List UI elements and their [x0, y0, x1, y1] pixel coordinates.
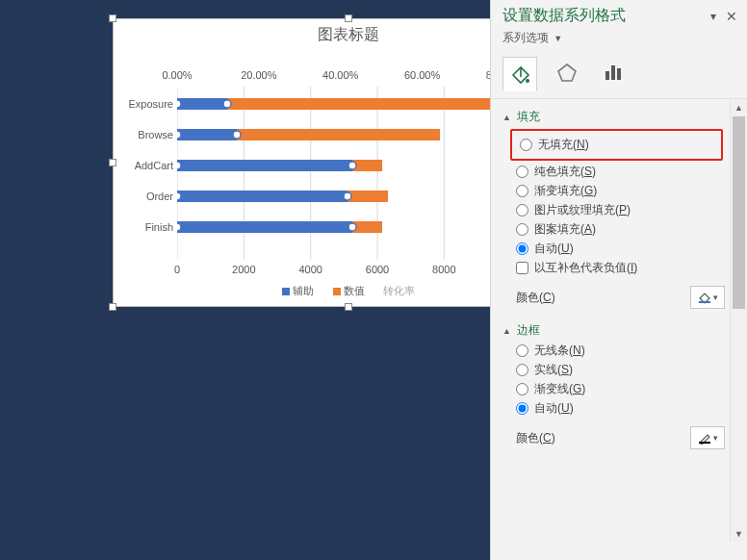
- fill-option-solid[interactable]: 纯色填充(S): [516, 164, 725, 180]
- resize-handle-w[interactable]: [109, 159, 116, 166]
- x-tick: 6000: [366, 264, 389, 275]
- resize-handle-nw[interactable]: [109, 14, 116, 22]
- format-scroll-area: ▲ 填充 无填充(N) 纯色填充(S) 渐变填充(G) 图片或纹理填充(P): [491, 99, 731, 542]
- svg-point-26: [348, 223, 356, 231]
- radio-border-none[interactable]: [516, 344, 528, 357]
- fill-option-none[interactable]: 无填充(N): [520, 137, 719, 153]
- collapse-triangle-icon: ▲: [502, 113, 511, 122]
- x2-tick: 0.00%: [162, 69, 192, 81]
- fill-option-pattern[interactable]: 图案填充(A): [516, 221, 725, 238]
- radio-fill-auto[interactable]: [516, 242, 528, 255]
- border-option-solid[interactable]: 实线(S): [516, 362, 725, 378]
- series-options-dropdown[interactable]: 系列选项 ▼: [491, 30, 747, 52]
- fill-option-auto[interactable]: 自动(U): [516, 241, 725, 257]
- scrollbar-up-icon[interactable]: ▲: [731, 99, 747, 115]
- svg-point-19: [177, 131, 181, 139]
- svg-point-18: [223, 100, 231, 108]
- x-tick: 8000: [432, 264, 455, 275]
- checkbox-invert-negative[interactable]: [516, 262, 528, 274]
- category-label[interactable]: Order: [117, 191, 173, 202]
- svg-rect-8: [227, 98, 528, 110]
- svg-rect-10: [237, 129, 440, 140]
- category-label[interactable]: Browse: [117, 129, 173, 140]
- radio-border-solid[interactable]: [516, 364, 528, 376]
- radio-fill-gradient[interactable]: [516, 185, 528, 197]
- scrollbar-down-icon[interactable]: ▼: [731, 525, 747, 542]
- border-option-none[interactable]: 无线条(N): [516, 343, 725, 359]
- annotation-highlight: 无填充(N): [510, 129, 723, 161]
- format-pane: 设置数据系列格式 ▾ ✕ 系列选项 ▼ ▲ 填充 无填充(N): [490, 0, 747, 560]
- border-option-label: 实线(S): [534, 362, 573, 378]
- fill-color-label: 颜色(C): [516, 290, 690, 306]
- resize-handle-s[interactable]: [345, 303, 352, 311]
- border-option-label: 渐变线(G): [534, 381, 585, 397]
- fill-option-label: 无填充(N): [538, 137, 589, 153]
- section-border-header[interactable]: ▲ 边框: [502, 322, 725, 339]
- chevron-down-icon: ▾: [713, 433, 718, 443]
- vertical-scrollbar[interactable]: ▲ ▼: [730, 99, 747, 542]
- scrollbar-thumb[interactable]: [733, 116, 745, 309]
- tab-effects[interactable]: [551, 56, 583, 89]
- border-color-row: 颜色(C) ▾: [516, 426, 725, 449]
- fill-option-label: 自动(U): [534, 241, 574, 257]
- tab-series-options[interactable]: [597, 56, 630, 89]
- chevron-down-icon: ▼: [554, 34, 562, 43]
- svg-rect-9: [177, 129, 237, 140]
- fill-option-gradient[interactable]: 渐变填充(G): [516, 183, 725, 199]
- border-option-gradient[interactable]: 渐变线(G): [516, 381, 725, 397]
- format-tabs: [491, 52, 747, 99]
- fill-color-button[interactable]: ▾: [690, 286, 725, 309]
- fill-color-row: 颜色(C) ▾: [516, 286, 725, 309]
- radio-fill-picture[interactable]: [516, 204, 528, 216]
- radio-fill-pattern[interactable]: [516, 223, 528, 236]
- paint-bucket-icon: [509, 64, 530, 85]
- radio-border-auto[interactable]: [516, 402, 528, 415]
- legend-entry-val[interactable]: 数值: [333, 285, 365, 296]
- legend-label: 转化率: [383, 285, 415, 296]
- svg-rect-29: [605, 71, 609, 80]
- svg-point-24: [344, 192, 351, 200]
- resize-handle-sw[interactable]: [109, 303, 116, 311]
- border-color-button[interactable]: ▾: [690, 426, 725, 449]
- pane-menu-chevron-icon[interactable]: ▾: [710, 10, 716, 23]
- svg-rect-33: [699, 442, 710, 444]
- section-fill-header[interactable]: ▲ 填充: [502, 109, 725, 125]
- border-option-auto[interactable]: 自动(U): [516, 400, 725, 417]
- border-option-label: 自动(U): [534, 400, 574, 417]
- format-pane-title: 设置数据系列格式: [502, 6, 701, 26]
- fill-option-picture[interactable]: 图片或纹理填充(P): [516, 202, 725, 218]
- fill-option-invert[interactable]: 以互补色代表负值(I): [516, 260, 725, 276]
- svg-rect-14: [348, 191, 388, 202]
- border-option-label: 无线条(N): [534, 343, 585, 359]
- paint-bucket-icon: [698, 291, 711, 304]
- category-label[interactable]: Exposure: [117, 98, 173, 110]
- legend-entry-rate[interactable]: 转化率: [383, 285, 415, 296]
- fill-option-label: 纯色填充(S): [534, 164, 596, 180]
- category-label[interactable]: AddCart: [117, 160, 173, 171]
- svg-rect-30: [611, 65, 615, 80]
- legend-entry-aux[interactable]: 辅助: [282, 285, 314, 296]
- category-label[interactable]: Finish: [117, 221, 173, 233]
- border-color-label: 颜色(C): [516, 430, 690, 446]
- svg-rect-7: [177, 98, 227, 110]
- section-border-label: 边框: [517, 322, 540, 339]
- svg-point-22: [348, 162, 356, 169]
- legend-swatch-val: [333, 288, 341, 295]
- legend-swatch-aux: [282, 288, 290, 295]
- fill-option-label: 图片或纹理填充(P): [534, 202, 631, 218]
- radio-fill-none[interactable]: [520, 139, 532, 151]
- svg-point-23: [177, 192, 181, 200]
- legend-label: 辅助: [293, 285, 314, 296]
- resize-handle-n[interactable]: [345, 14, 352, 22]
- x-tick: 2000: [232, 264, 255, 275]
- chevron-down-icon: ▾: [713, 293, 718, 302]
- x2-tick: 20.00%: [241, 69, 276, 81]
- radio-border-gradient[interactable]: [516, 383, 528, 395]
- format-pane-body: ▲ 填充 无填充(N) 纯色填充(S) 渐变填充(G) 图片或纹理填充(P): [491, 99, 747, 542]
- svg-rect-31: [617, 68, 621, 80]
- x-tick: 0: [174, 264, 180, 275]
- svg-rect-13: [177, 191, 348, 202]
- radio-fill-solid[interactable]: [516, 165, 528, 178]
- tab-fill-and-line[interactable]: [502, 57, 537, 91]
- close-icon[interactable]: ✕: [726, 9, 737, 24]
